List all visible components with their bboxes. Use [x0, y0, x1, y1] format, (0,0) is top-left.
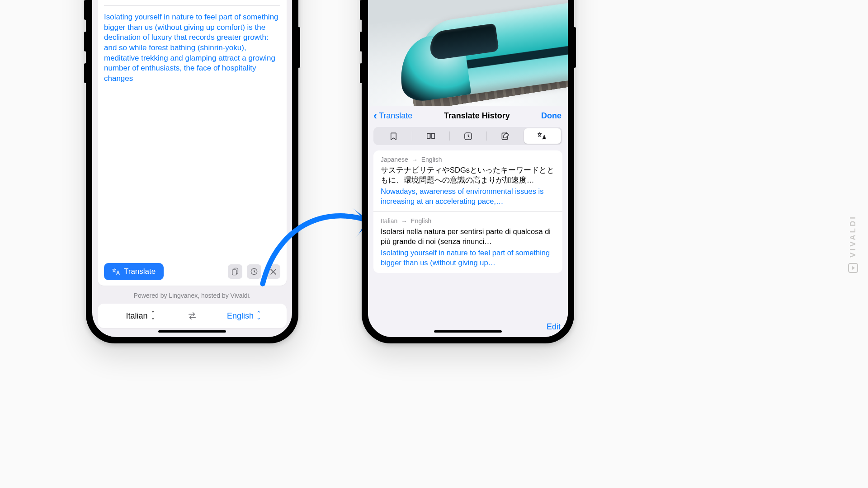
arrow-right-icon: →	[401, 218, 407, 225]
copy-icon	[231, 267, 239, 276]
tab-notes[interactable]	[486, 128, 524, 144]
history-icon	[250, 267, 258, 276]
vivaldi-logo-icon	[848, 263, 858, 273]
divider	[104, 5, 280, 6]
history-from-label: Italian	[381, 217, 397, 225]
back-label: Translate	[379, 111, 412, 121]
target-language-label: English	[227, 311, 254, 321]
translate-button[interactable]: Translate	[104, 263, 164, 280]
history-list: Japanese → English サステナビリティやSDGsといったキーワー…	[373, 150, 562, 273]
svg-rect-1	[232, 270, 236, 275]
clear-button[interactable]	[266, 264, 280, 279]
phone-right: ‹ Translate Translate History Done	[362, 0, 574, 343]
translate-button-label: Translate	[124, 267, 156, 276]
powered-by-label: Powered by Lingvanex, hosted by Vivaldi.	[92, 289, 292, 302]
history-item-languages: Italian → English	[381, 217, 555, 225]
source-language-label: Italian	[126, 311, 147, 321]
tab-history[interactable]	[449, 128, 486, 144]
history-translated-text: Isolating yourself in nature to feel par…	[381, 248, 555, 268]
screen-right: ‹ Translate Translate History Done	[368, 0, 568, 337]
sheet-header: ‹ Translate Translate History Done	[373, 106, 562, 125]
history-from-label: Japanese	[381, 156, 408, 163]
chevron-updown-icon: ⌃⌄	[151, 312, 155, 320]
chevron-updown-icon: ⌃⌄	[256, 312, 261, 320]
edit-button[interactable]: Edit	[547, 318, 562, 332]
reading-list-icon	[426, 132, 436, 140]
language-bar: Italian ⌃⌄ English ⌃⌄	[98, 304, 287, 328]
swap-languages-button[interactable]	[183, 312, 201, 320]
translate-card: Isolarsi nella natura per sentirsi parte…	[98, 0, 287, 286]
target-language-picker[interactable]: English ⌃⌄	[201, 311, 287, 321]
history-source-text: サステナビリティやSDGsといったキーワードとともに、環境問題への意識の高まりが…	[381, 165, 555, 185]
screen-left: Isolarsi nella natura per sentirsi parte…	[92, 0, 292, 337]
history-translated-text: Nowadays, awareness of environmental iss…	[381, 186, 555, 206]
home-indicator	[158, 330, 226, 333]
tab-reading-list[interactable]	[412, 128, 449, 144]
history-to-label: English	[421, 156, 442, 163]
tab-translate[interactable]	[524, 128, 561, 144]
card-footer: Translate	[104, 257, 280, 280]
history-to-label: English	[410, 217, 431, 225]
translate-icon	[538, 132, 547, 140]
source-language-picker[interactable]: Italian ⌃⌄	[98, 311, 183, 321]
history-item-languages: Japanese → English	[381, 156, 555, 163]
translated-text: Isolating yourself in nature to feel par…	[104, 12, 280, 84]
done-button[interactable]: Done	[541, 111, 561, 121]
tab-bookmarks[interactable]	[375, 128, 412, 144]
history-item[interactable]: Japanese → English サステナビリティやSDGsといったキーワー…	[373, 150, 562, 211]
close-icon	[270, 268, 277, 275]
back-button[interactable]: ‹ Translate	[373, 111, 412, 121]
clock-icon	[464, 132, 472, 141]
copy-button[interactable]	[228, 264, 242, 279]
home-indicator	[434, 330, 502, 333]
history-button[interactable]	[247, 264, 261, 279]
arrow-right-icon: →	[412, 156, 418, 163]
bookmark-icon	[390, 132, 397, 141]
chevron-left-icon: ‹	[373, 112, 377, 120]
phone-left: Isolarsi nella natura per sentirsi parte…	[86, 0, 298, 343]
notes-icon	[501, 132, 509, 141]
panel-tabs	[373, 127, 562, 145]
vivaldi-watermark-text: VIVALDI	[849, 215, 858, 258]
translate-icon	[112, 268, 120, 275]
vivaldi-watermark: VIVALDI	[848, 215, 858, 273]
history-item[interactable]: Italian → English Isolarsi nella natura …	[373, 211, 562, 273]
sheet-title: Translate History	[444, 111, 510, 121]
swap-icon	[187, 312, 197, 320]
hero-image	[368, 0, 568, 110]
history-sheet: ‹ Translate Translate History Done	[368, 106, 568, 337]
history-source-text: Isolarsi nella natura per sentirsi parte…	[381, 226, 555, 247]
